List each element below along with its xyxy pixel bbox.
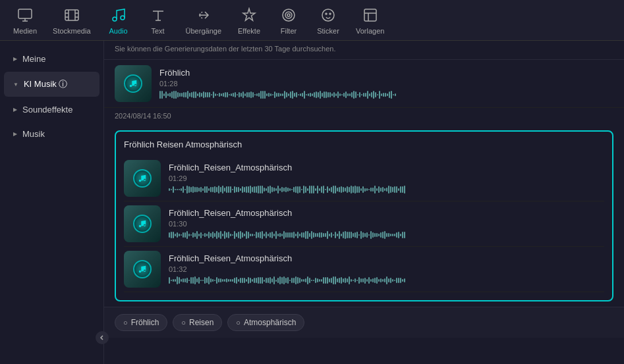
group-track-item-2[interactable]: Fröhlich_Reisen_Atmosphärisch 01:30 [124,201,604,247]
sticker-label: Sticker [317,27,339,35]
svg-point-16 [283,9,295,21]
tag-label-reisen: Reisen [189,318,213,327]
group-date: 2024/08/14 16:50 [104,108,624,125]
track-duration-2: 01:30 [169,220,604,228]
track-info-1: Fröhlich_Reisen_Atmosphärisch 01:29 [169,163,604,194]
chevron-right-icon-2: ▶ [13,107,17,113]
stockmedia-label: Stockmedia [53,27,90,35]
music-icon-froehlich [124,74,142,93]
track-duration-3: 01:32 [169,265,604,273]
group-title: Fröhlich Reisen Atmosphärisch [124,140,604,149]
track-name-froehlich: Fröhlich [159,68,613,78]
tag-atmosphaerisch[interactable]: ○ Atmosphärisch [227,314,304,331]
track-item-froehlich[interactable]: Fröhlich 01:28 [104,60,624,108]
vorlagen-label: Vorlagen [356,27,384,35]
main-area: ▶ Meine ▼ KI Musik ⓘ ▶ Soundeffekte ▶ Mu… [0,41,624,364]
tag-icon-reisen: ○ [181,319,186,326]
filter-layers-icon [279,6,298,24]
track-name-3: Fröhlich_Reisen_Atmosphärisch [169,253,604,263]
sparkle-icon [240,6,258,24]
chevron-down-icon: ▼ [13,82,18,88]
text-label: Text [151,27,164,35]
toolbar-item-vorlagen[interactable]: Vorlagen [348,3,392,38]
svg-point-17 [287,14,290,16]
group-track-item-1[interactable]: Fröhlich_Reisen_Atmosphärisch 01:29 [124,156,604,201]
tag-reisen[interactable]: ○ Reisen [173,314,222,331]
effekte-label: Effekte [238,27,260,35]
music-icon-1 [133,169,152,188]
arrow-switch-icon [194,6,213,24]
track-thumbnail-froehlich [115,65,152,102]
track-thumbnail-2 [124,205,161,242]
svg-point-10 [113,17,117,21]
waveform-3 [169,276,604,285]
svg-rect-21 [364,9,376,21]
track-name-2: Fröhlich_Reisen_Atmosphärisch [169,208,604,218]
track-info-froehlich: Fröhlich 01:28 [159,68,613,99]
svg-rect-0 [18,9,32,18]
music-note-icon [109,6,128,24]
svg-point-18 [322,9,334,21]
sidebar-item-ki-musik[interactable]: ▼ KI Musik ⓘ [4,72,99,97]
svg-point-15 [285,12,292,18]
audio-label: Audio [109,27,127,35]
ki-musik-label: KI Musik ⓘ [24,78,67,90]
content-panel: Sie können die Generierungsdaten der let… [104,41,624,364]
svg-point-11 [121,16,125,20]
track-thumbnail-1 [124,160,161,197]
track-duration-1: 01:29 [169,174,604,182]
music-icon-3 [133,260,152,278]
svg-rect-3 [65,10,78,20]
filter-label: Filter [281,27,297,35]
svg-point-20 [329,13,331,14]
toolbar-item-medien[interactable]: Medien [5,3,45,38]
sidebar-collapse-button[interactable] [96,331,109,344]
text-t-icon [149,6,167,24]
svg-point-19 [326,13,327,14]
chevron-right-icon: ▶ [13,56,17,62]
music-icon-2 [133,215,152,233]
monitor-icon [16,6,34,24]
waveform-1 [169,185,604,194]
toolbar-item-filter[interactable]: Filter [269,3,308,38]
track-info-3: Fröhlich_Reisen_Atmosphärisch 01:32 [169,253,604,285]
info-text: Sie können die Generierungsdaten der let… [104,41,624,60]
sidebar-item-meine[interactable]: ▶ Meine [4,47,99,70]
uebergaenge-label: Übergänge [186,27,221,35]
track-name-1: Fröhlich_Reisen_Atmosphärisch [169,163,604,172]
track-thumbnail-3 [124,251,161,288]
track-duration-froehlich: 01:28 [159,80,613,88]
film-icon [63,6,81,24]
track-info-2: Fröhlich_Reisen_Atmosphärisch 01:30 [169,208,604,240]
toolbar-item-effekte[interactable]: Effekte [229,3,269,38]
sidebar-item-soundeffekte[interactable]: ▶ Soundeffekte [4,98,99,121]
tag-label-froehlich: Fröhlich [131,318,159,327]
soundeffekte-label: Soundeffekte [22,105,72,115]
group-track-item-3[interactable]: Fröhlich_Reisen_Atmosphärisch 01:32 [124,247,604,292]
tags-row: ○ Fröhlich ○ Reisen ○ Atmosphärisch [104,307,624,338]
sticker-face-icon [319,6,337,24]
waveform-froehlich [159,90,613,99]
toolbar-item-stockmedia[interactable]: Stockmedia [45,3,98,38]
sidebar-item-musik[interactable]: ▶ Musik [4,122,99,145]
chevron-right-icon-3: ▶ [13,131,17,137]
tag-icon-froehlich: ○ [123,319,128,326]
tag-froehlich[interactable]: ○ Fröhlich [115,314,167,331]
sidebar: ▶ Meine ▼ KI Musik ⓘ ▶ Soundeffekte ▶ Mu… [0,41,104,364]
toolbar-item-sticker[interactable]: Sticker [308,3,348,38]
musik-label: Musik [22,129,45,139]
toolbar-item-audio[interactable]: Audio [99,3,138,38]
tag-icon-atmosphaerisch: ○ [236,319,241,326]
template-icon [361,6,380,24]
meine-label: Meine [22,54,45,64]
group-section: Fröhlich Reisen Atmosphärisch Fröhlich_R… [115,130,613,301]
toolbar: Medien Stockmedia Audio Text [0,0,624,41]
tag-label-atmosphaerisch: Atmosphärisch [244,318,296,327]
toolbar-item-text[interactable]: Text [138,3,178,38]
toolbar-item-uebergaenge[interactable]: Übergänge [178,3,229,38]
medien-label: Medien [13,27,37,35]
waveform-2 [169,230,604,240]
